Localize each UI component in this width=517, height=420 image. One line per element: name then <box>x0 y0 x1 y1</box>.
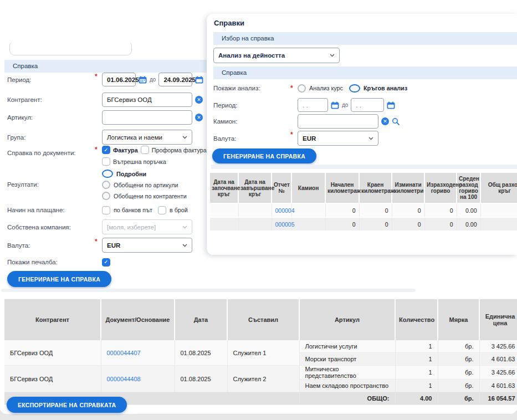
checkbox-cash[interactable] <box>158 206 166 214</box>
results-label: Резултати: <box>7 170 102 188</box>
clear-icon[interactable]: ✕ <box>381 117 389 125</box>
contragent-label: Контрагент: <box>7 96 102 103</box>
payment-label: Начин на плащане: <box>7 207 102 213</box>
left-report-form-panel: Справка Период: * 01.06.2025 до 24.09.20… <box>0 0 207 294</box>
clear-icon[interactable]: ✕ <box>195 114 203 121</box>
left-section-header: Справка <box>4 60 215 73</box>
group-label: Група: <box>7 134 102 141</box>
circuits-header-row: Дата на започване кръг Дата на завършван… <box>210 173 517 203</box>
analysis-label: Покажи анализ: <box>213 85 298 91</box>
period-to-label: до <box>150 76 156 83</box>
report-link[interactable]: 000005 <box>275 221 295 228</box>
chevron-down-icon <box>182 244 187 247</box>
reports-title: Справки <box>214 19 244 27</box>
checkbox-internal-order[interactable] <box>102 157 110 166</box>
payment-row: Начин на плащане: по банков път в брой <box>7 205 188 215</box>
chevron-down-icon <box>368 137 373 140</box>
own-company-label: Собствена компания: <box>7 224 102 231</box>
required-marker: * <box>290 131 293 139</box>
currency-select[interactable]: EUR <box>102 238 192 253</box>
truck-label: Камион: <box>213 118 298 125</box>
calendar-icon[interactable] <box>387 101 395 109</box>
show-profit-row: Покажи печалба: ✓ <box>7 257 110 267</box>
required-marker: * <box>95 146 98 153</box>
checkbox-bank-transfer[interactable] <box>102 206 110 214</box>
search-icon[interactable] <box>392 117 400 125</box>
r-period-from-input[interactable]: . . <box>298 98 328 112</box>
circuits-row: 000004 0 0 0 0 0.00 <box>210 203 517 217</box>
results-row: Резултати: Подробни Обобщени по артикули… <box>7 170 187 200</box>
chevron-down-icon <box>182 136 187 139</box>
currency-label: Валута: <box>7 242 102 249</box>
chevron-down-icon <box>182 226 187 229</box>
period-from-input[interactable]: 01.06.2025 <box>102 73 136 86</box>
required-marker: * <box>290 84 293 92</box>
circuits-table: Дата на започване кръг Дата на завършван… <box>210 173 517 232</box>
clear-icon[interactable]: ✕ <box>195 96 203 104</box>
required-marker: * <box>95 73 98 80</box>
article-label: Артикул: <box>7 114 102 121</box>
report-type-select[interactable]: Анализ на дейността <box>213 48 340 63</box>
group-select[interactable]: Логистика и наеми <box>102 130 192 145</box>
show-profit-label: Покажи печалба: <box>7 259 102 265</box>
calendar-icon[interactable] <box>139 76 147 84</box>
period-to-input[interactable]: 24.09.2025 <box>158 73 192 86</box>
analysis-row: Покажи анализ: * Анализ курс Кръгов анал… <box>213 83 407 93</box>
article-row: Артикул: ✕ <box>7 110 203 125</box>
calendar-icon[interactable] <box>195 76 203 84</box>
period-label: Период: <box>7 76 102 83</box>
truck-input[interactable] <box>298 114 378 129</box>
circuits-row: 000005 0 0 0 0 0.00 <box>210 217 517 231</box>
r-currency-select[interactable]: EUR <box>298 131 378 146</box>
calendar-icon[interactable] <box>331 101 339 109</box>
checkbox-proforma[interactable] <box>141 146 149 154</box>
radio-course-analysis[interactable] <box>298 84 306 93</box>
section-divider <box>211 165 517 169</box>
article-input[interactable] <box>102 110 192 125</box>
report-results-card: Контрагент Документ/Основание Дата Съста… <box>0 293 517 414</box>
r-period-row: Период: . . до . . <box>213 98 395 112</box>
doc-filter-label: Справка по документи: <box>7 146 102 156</box>
report-link[interactable]: 000004 <box>275 207 295 214</box>
r-generate-report-button[interactable]: ГЕНЕРИРАНЕ НА СПРАВКА <box>212 148 316 163</box>
report-section-band: Справка <box>213 66 517 79</box>
report-results-table: Контрагент Документ/Основание Дата Съста… <box>4 299 517 405</box>
results-header-row: Контрагент Документ/Основание Дата Съста… <box>4 299 517 340</box>
clipped-input[interactable] <box>9 41 132 55</box>
r-period-to-label: до <box>342 102 348 108</box>
reports-card: Справки Избор на справка Анализ на дейно… <box>207 14 517 255</box>
document-link[interactable]: 0000044407 <box>107 350 141 356</box>
r-period-to-input[interactable]: . . <box>351 98 384 112</box>
choose-report-band: Избор на справка <box>213 32 517 45</box>
radio-circuit-analysis[interactable] <box>349 84 360 93</box>
radio-summary-contragents[interactable] <box>102 192 110 200</box>
generate-report-button[interactable]: ГЕНЕРИРАНЕ НА СПРАВКА <box>7 271 111 287</box>
doc-filter-row: Справка по документи: * ✓ Фактура Профор… <box>7 146 211 166</box>
r-currency-label: Валута: <box>213 135 298 142</box>
radio-detailed[interactable] <box>102 170 113 178</box>
required-marker: * <box>95 238 98 245</box>
currency-row: Валута: * EUR <box>7 238 192 253</box>
document-link[interactable]: 0000044408 <box>107 376 141 382</box>
contragent-input[interactable]: БГСервиз ООД <box>102 93 192 107</box>
own-company-select[interactable]: [моля, изберете] <box>102 219 192 234</box>
table-row: БГСервиз ООД 0000044408 01.08.2025 Служи… <box>4 366 517 380</box>
group-row: Група: Логистика и наеми <box>7 130 192 145</box>
export-report-button[interactable]: ЕКСПОРТИРАНЕ НА СПРАВКАТА <box>7 397 127 413</box>
r-currency-row: Валута: * EUR <box>213 131 378 146</box>
r-period-label: Период: <box>213 102 298 109</box>
table-row: БГСервиз ООД 0000044407 01.08.2025 Служи… <box>4 340 517 353</box>
radio-summary-articles[interactable] <box>102 181 110 189</box>
chevron-down-icon <box>330 54 335 57</box>
horizontal-scrollbar[interactable] <box>1 289 416 292</box>
truck-row: Камион: ✕ <box>213 114 400 129</box>
period-row: Период: * 01.06.2025 до 24.09.2025 <box>7 73 203 86</box>
checkbox-show-profit[interactable]: ✓ <box>102 258 110 267</box>
checkbox-invoice[interactable]: ✓ <box>102 146 110 154</box>
contragent-row: Контрагент: БГСервиз ООД ✕ <box>7 93 203 107</box>
own-company-row: Собствена компания: [моля, изберете] <box>7 219 192 234</box>
